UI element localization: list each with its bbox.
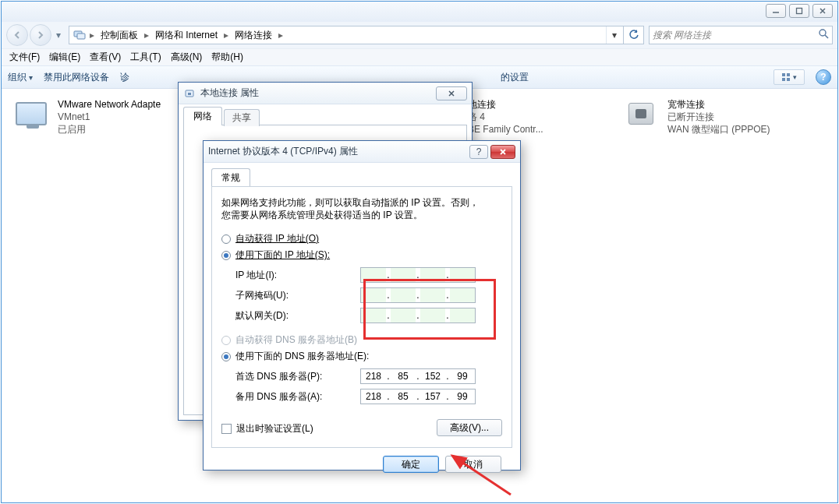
ip-octet-3[interactable]: [420, 308, 445, 322]
ip-address-input[interactable]: . . .: [360, 267, 476, 283]
address-bar: ▾ ▸ 控制面板 ▸ 网络和 Internet ▸ 网络连接 ▸ ▾ 搜索 网络…: [2, 22, 837, 48]
radio-icon: [221, 336, 231, 345]
alt-dns-label: 备用 DNS 服务器(A):: [235, 390, 360, 404]
ip-octet-4[interactable]: [450, 288, 475, 302]
connection-status: 已断开连接: [667, 111, 770, 123]
dialog-title: 本地连接 属性: [200, 86, 259, 100]
ip-octet-4[interactable]: [450, 369, 475, 383]
ip-octet-1[interactable]: [361, 308, 386, 322]
ip-octet-1[interactable]: [361, 268, 386, 282]
ipv4-properties-dialog: Internet 协议版本 4 (TCP/IPv4) 属性 ? 常规 如果网络支…: [203, 140, 521, 471]
ip-octet-4[interactable]: [450, 308, 475, 322]
preferred-dns-input[interactable]: . . .: [360, 368, 476, 384]
ip-octet-3[interactable]: [420, 268, 445, 282]
breadcrumb-control-panel[interactable]: 控制面板: [96, 26, 143, 44]
view-options-button[interactable]: ▾: [774, 69, 805, 85]
minimize-button[interactable]: [766, 4, 786, 18]
maximize-button[interactable]: [789, 4, 809, 18]
breadcrumb-dropdown[interactable]: ▾: [606, 26, 621, 44]
organize-button[interactable]: 组织: [8, 71, 33, 84]
ipv4-panel: 如果网络支持此功能，则可以获取自动指派的 IP 设置。否则， 您需要从网络系统管…: [211, 186, 512, 448]
breadcrumb-network-internet[interactable]: 网络和 Internet: [150, 26, 222, 44]
back-button[interactable]: [6, 24, 28, 46]
validate-on-exit-checkbox[interactable]: 退出时验证设置(L): [221, 422, 313, 435]
ip-address-label: IP 地址(I):: [235, 269, 360, 282]
radio-auto-dns: 自动获得 DNS 服务器地址(B): [221, 333, 502, 347]
connection-vmnet1[interactable]: VMware Network Adapte VMnet1 已启用: [12, 98, 161, 136]
svg-rect-11: [188, 93, 191, 95]
svg-rect-8: [782, 78, 785, 81]
radio-manual-dns[interactable]: 使用下面的 DNS 服务器地址(E):: [221, 350, 502, 363]
menu-help[interactable]: 帮助(H): [208, 49, 246, 65]
connection-line2: VMnet1: [58, 111, 161, 123]
ip-octet-2[interactable]: [391, 288, 416, 302]
ip-octet-3[interactable]: [420, 369, 445, 383]
chevron-right-icon: ▸: [222, 30, 230, 41]
tab-row: 常规: [211, 167, 512, 186]
tab-share[interactable]: 共享: [224, 109, 260, 126]
menu-bar: 文件(F) 编辑(E) 查看(V) 工具(T) 高级(N) 帮助(H): [2, 48, 837, 65]
radio-manual-ip[interactable]: 使用下面的 IP 地址(S):: [221, 248, 502, 262]
settings-tail-text[interactable]: 的设置: [501, 71, 529, 84]
connection-broadband[interactable]: 宽带连接 已断开连接 WAN 微型端口 (PPPOE): [622, 98, 770, 136]
titlebar: [2, 2, 837, 22]
breadcrumb-network-connections[interactable]: 网络连接: [230, 26, 277, 44]
cancel-button[interactable]: 取消: [445, 456, 501, 473]
search-input[interactable]: 搜索 网络连接: [649, 26, 833, 44]
close-button[interactable]: [812, 4, 833, 18]
svg-point-4: [820, 30, 826, 36]
nav-history-dropdown[interactable]: ▾: [53, 26, 64, 44]
svg-rect-3: [77, 33, 85, 39]
forward-button[interactable]: [30, 24, 51, 46]
ip-octet-2[interactable]: [391, 308, 416, 322]
ip-octet-3[interactable]: [420, 288, 445, 302]
dialog-close-button[interactable]: [490, 145, 515, 159]
connection-status: 已启用: [58, 123, 161, 136]
ip-octet-1[interactable]: [361, 288, 386, 302]
menu-view[interactable]: 查看(V): [87, 49, 124, 65]
tab-network[interactable]: 网络: [183, 107, 222, 125]
ok-button[interactable]: 确定: [383, 456, 439, 473]
svg-rect-7: [787, 73, 790, 76]
chevron-right-icon: ▸: [88, 30, 96, 41]
refresh-button[interactable]: [624, 26, 644, 44]
subnet-mask-input[interactable]: . . .: [360, 287, 476, 303]
menu-file[interactable]: 文件(F): [6, 49, 43, 65]
menu-tools[interactable]: 工具(T): [127, 49, 164, 65]
menu-edit[interactable]: 编辑(E): [46, 49, 83, 65]
chevron-right-icon: ▸: [277, 30, 285, 41]
connection-local-partial[interactable]: 地连接 络 4 BE Family Contr...: [468, 98, 593, 136]
breadcrumb[interactable]: ▸ 控制面板 ▸ 网络和 Internet ▸ 网络连接 ▸ ▾: [69, 26, 624, 44]
ip-octet-1[interactable]: [361, 369, 386, 383]
description-text: 如果网络支持此功能，则可以获取自动指派的 IP 设置。否则， 您需要从网络系统管…: [221, 196, 502, 221]
ip-octet-2[interactable]: [391, 389, 416, 404]
search-icon: [819, 29, 829, 41]
connection-name: 宽带连接: [667, 98, 770, 111]
menu-advanced[interactable]: 高级(N): [168, 49, 206, 65]
dialog-help-button[interactable]: ?: [469, 145, 488, 159]
dialog-titlebar[interactable]: 本地连接 属性: [179, 83, 472, 104]
connection-adapter: BE Family Contr...: [468, 123, 593, 136]
ip-octet-1[interactable]: [361, 389, 386, 404]
subnet-mask-label: 子网掩码(U):: [235, 289, 360, 302]
svg-rect-1: [797, 9, 802, 14]
dialog-close-button[interactable]: [436, 86, 467, 100]
dialog-titlebar[interactable]: Internet 协议版本 4 (TCP/IPv4) 属性 ?: [204, 141, 520, 163]
ip-octet-2[interactable]: [391, 268, 416, 282]
ip-octet-4[interactable]: [450, 268, 475, 282]
connection-name: 地连接: [468, 98, 593, 111]
gateway-input[interactable]: . . .: [360, 308, 476, 323]
advanced-button[interactable]: 高级(V)...: [437, 419, 502, 436]
ip-octet-3[interactable]: [420, 389, 445, 404]
ip-octet-4[interactable]: [450, 389, 475, 404]
tab-general[interactable]: 常规: [211, 168, 250, 187]
svg-rect-6: [782, 73, 785, 76]
help-button[interactable]: ?: [816, 69, 831, 85]
radio-auto-ip[interactable]: 自动获得 IP 地址(O): [221, 232, 502, 245]
ip-octet-2[interactable]: [391, 369, 416, 383]
connection-adapter: WAN 微型端口 (PPPOE): [667, 123, 770, 136]
alternate-dns-input[interactable]: . . .: [360, 389, 476, 404]
diagnose-button[interactable]: 诊: [120, 71, 129, 84]
disable-device-button[interactable]: 禁用此网络设备: [44, 71, 109, 84]
radio-icon: [221, 234, 231, 244]
